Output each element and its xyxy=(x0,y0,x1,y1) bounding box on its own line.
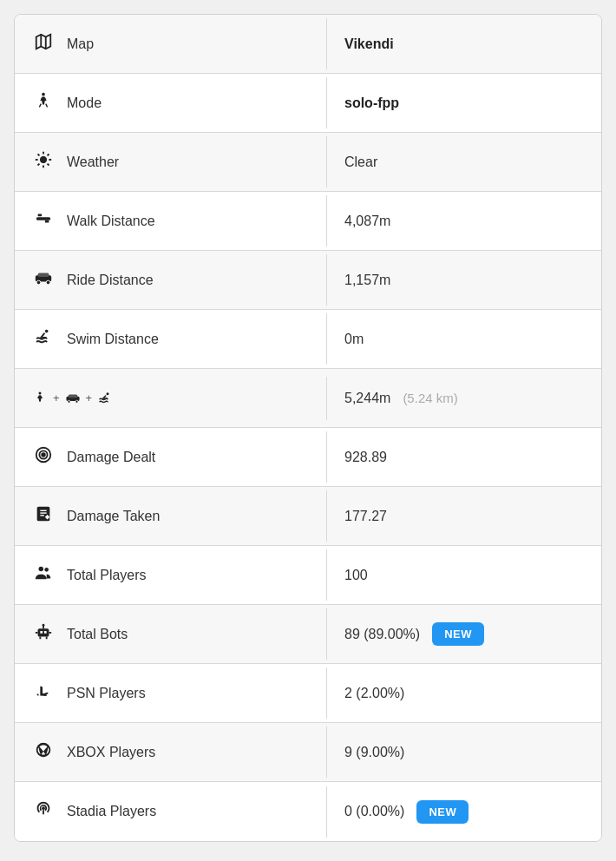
damage-taken-label: Damage Taken xyxy=(15,490,327,542)
xbox-players-value: 9 (9.00%) xyxy=(327,731,601,774)
psn-players-label: PSN Players xyxy=(15,667,327,719)
svg-point-22 xyxy=(39,391,42,394)
mode-icon xyxy=(32,91,55,115)
svg-point-47 xyxy=(42,806,45,810)
svg-line-10 xyxy=(38,154,40,156)
svg-rect-15 xyxy=(38,214,43,217)
table-row: XBOX Players 9 (9.00%) xyxy=(15,723,601,782)
table-row: Stadia Players 0 (0.00%) NEW xyxy=(15,782,601,841)
psn-players-label-text: PSN Players xyxy=(67,686,146,701)
svg-line-11 xyxy=(48,164,49,166)
table-row: Total Players 100 xyxy=(15,546,601,605)
table-row: Damage Taken 177.27 xyxy=(15,487,601,546)
table-row: Mode solo-fpp xyxy=(15,74,601,133)
map-value: Vikendi xyxy=(327,23,601,66)
svg-rect-24 xyxy=(68,394,77,398)
weather-icon xyxy=(32,150,55,174)
svg-point-19 xyxy=(36,280,41,285)
stadia-players-label-text: Stadia Players xyxy=(67,804,156,819)
walk-distance-icon xyxy=(32,209,55,233)
total-bots-label-text: Total Bots xyxy=(67,627,128,642)
svg-rect-37 xyxy=(38,628,49,636)
damage-dealt-label: Damage Dealt xyxy=(15,431,327,483)
ride-distance-icon xyxy=(32,268,55,292)
table-row: PSN Players 2 (2.00%) xyxy=(15,664,601,723)
stadia-players-badge: NEW xyxy=(416,800,469,824)
weather-label-text: Weather xyxy=(67,154,119,170)
total-bots-icon xyxy=(32,622,55,646)
svg-line-4 xyxy=(46,104,48,108)
total-players-label-text: Total Players xyxy=(67,568,147,583)
svg-point-30 xyxy=(42,453,45,457)
ride-distance-label-text: Ride Distance xyxy=(67,273,154,288)
total-distance-label: + + xyxy=(15,377,327,420)
stadia-players-value: 0 (0.00%) NEW xyxy=(327,786,601,838)
svg-rect-38 xyxy=(40,631,43,634)
swim-distance-icon xyxy=(32,327,55,351)
stadia-players-label: Stadia Players xyxy=(15,786,327,838)
total-players-value: 100 xyxy=(327,554,601,597)
xbox-players-icon xyxy=(32,740,55,764)
svg-rect-39 xyxy=(44,631,47,634)
damage-dealt-label-text: Damage Dealt xyxy=(67,450,155,465)
svg-rect-16 xyxy=(45,220,49,223)
psn-players-value: 2 (2.00%) xyxy=(327,672,601,715)
table-row: Damage Dealt 928.89 xyxy=(15,428,601,487)
weather-label: Weather xyxy=(15,136,327,187)
svg-line-3 xyxy=(39,104,41,108)
svg-rect-18 xyxy=(38,273,49,278)
table-row: Total Bots 89 (89.00%) NEW xyxy=(15,605,601,664)
table-row: Ride Distance 1,157m xyxy=(15,251,601,310)
walk-distance-label: Walk Distance xyxy=(15,195,327,246)
svg-point-25 xyxy=(68,400,70,403)
total-players-label: Total Players xyxy=(15,549,327,601)
table-row: Weather Clear xyxy=(15,133,601,192)
svg-point-41 xyxy=(43,624,45,627)
damage-taken-label-text: Damage Taken xyxy=(67,509,160,524)
total-bots-badge: NEW xyxy=(432,622,484,646)
svg-line-13 xyxy=(48,154,49,156)
mode-label: Mode xyxy=(15,77,327,128)
map-label-text: Map xyxy=(67,36,94,52)
table-row: Swim Distance 0m xyxy=(15,310,601,369)
ride-distance-label: Ride Distance xyxy=(15,254,327,306)
table-row: + + 5,244m (5.24 km) xyxy=(15,369,601,428)
svg-point-35 xyxy=(39,567,44,572)
swim-distance-value: 0m xyxy=(327,318,601,361)
total-bots-label: Total Bots xyxy=(15,608,327,660)
psn-players-icon xyxy=(32,681,55,705)
total-bots-value: 89 (89.00%) NEW xyxy=(327,608,601,660)
svg-point-26 xyxy=(75,400,78,403)
svg-point-2 xyxy=(42,93,45,96)
stadia-players-icon xyxy=(32,800,55,824)
damage-taken-value: 177.27 xyxy=(327,495,601,538)
weather-value: Clear xyxy=(327,141,601,184)
svg-point-27 xyxy=(107,392,109,395)
total-distance-icon: + + xyxy=(32,391,113,406)
table-row: Map Vikendi xyxy=(15,15,601,74)
walk-distance-value: 4,087m xyxy=(327,200,601,243)
mode-label-text: Mode xyxy=(67,95,102,111)
swim-distance-label: Swim Distance xyxy=(15,313,327,365)
svg-point-21 xyxy=(45,330,49,333)
table-row: Walk Distance 4,087m xyxy=(15,192,601,251)
damage-dealt-icon xyxy=(32,445,55,469)
damage-taken-icon xyxy=(32,504,55,528)
map-label: Map xyxy=(15,18,327,69)
mode-value: solo-fpp xyxy=(327,82,601,125)
svg-line-12 xyxy=(38,164,40,166)
ride-distance-value: 1,157m xyxy=(327,259,601,302)
xbox-players-label-text: XBOX Players xyxy=(67,745,155,760)
svg-rect-14 xyxy=(36,217,51,220)
svg-point-36 xyxy=(44,568,49,572)
total-players-icon xyxy=(32,563,55,587)
svg-point-20 xyxy=(46,280,50,285)
svg-point-5 xyxy=(40,156,46,162)
stats-table: Map Vikendi Mode solo-fpp xyxy=(14,14,602,842)
map-icon xyxy=(32,32,55,56)
swim-distance-label-text: Swim Distance xyxy=(67,332,159,347)
svg-rect-48 xyxy=(43,810,44,815)
total-distance-value: 5,244m (5.24 km) xyxy=(327,377,601,420)
xbox-players-label: XBOX Players xyxy=(15,726,327,778)
walk-distance-label-text: Walk Distance xyxy=(67,214,155,229)
